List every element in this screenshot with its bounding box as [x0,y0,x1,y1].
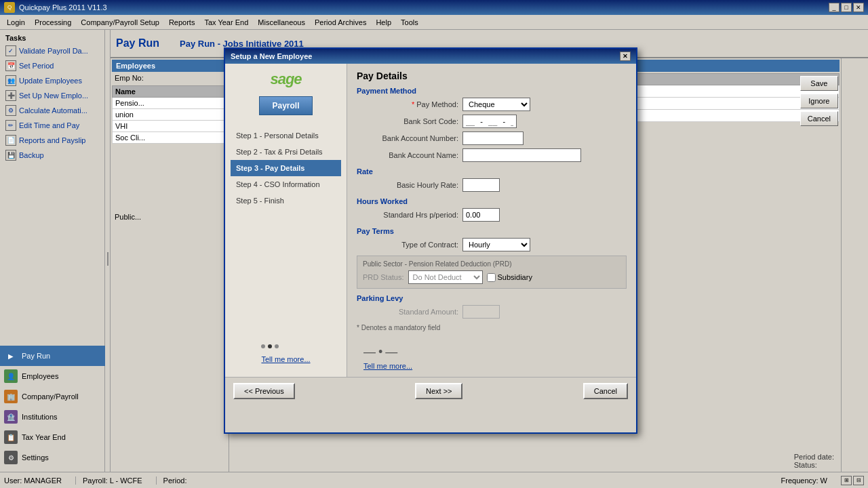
close-btn[interactable]: ✕ [853,3,864,12]
backup-icon: 💾 [5,150,16,161]
status-payroll: Payroll: L - WCFE [75,476,142,485]
menu-tools[interactable]: Tools [397,17,422,28]
task-calculate[interactable]: ⚙ Calculate Automati... [3,103,102,118]
task-setup-new-employee[interactable]: ➕ Set Up New Emplo... [3,88,102,103]
tax-nav-icon: 📋 [4,430,18,444]
prd-title: Public Sector - Pension Related Deductio… [363,260,620,268]
tell-me-link-left[interactable]: Tell me more... [261,355,310,363]
payrun-nav-icon: ▶ [4,349,18,363]
menu-reports[interactable]: Reports [165,17,199,28]
bank-account-number-label: Bank Account Number: [357,134,458,142]
wizard-steps: Step 1 - Personal Details Step 2 - Tax &… [231,127,341,209]
ignore-button[interactable]: Ignore [800,94,838,108]
status-icon-2[interactable]: ⊟ [853,476,864,485]
menu-period-archives[interactable]: Period Archives [311,17,370,28]
section-title: Pay Details [357,70,627,81]
wizard-step-3[interactable]: Step 3 - Pay Details [231,160,341,176]
company-nav-icon: 🏢 [4,390,18,403]
prd-section: Public Sector - Pension Related Deductio… [357,256,627,289]
payment-method-section: Payment Method [357,87,627,95]
wizard-step-2[interactable]: Step 2 - Tax & Prsi Details [231,144,341,160]
subsidiary-checkbox[interactable] [487,273,496,282]
menu-login[interactable]: Login [3,17,29,28]
task-backup[interactable]: 💾 Backup [3,148,102,163]
menu-help[interactable]: Help [372,17,395,28]
emp-row-4[interactable]: Soc Cli... [113,132,227,144]
standard-hrs-input[interactable] [462,208,500,222]
emp-row-3[interactable]: VHI [113,121,227,132]
cancel-detail-button[interactable]: Cancel [800,111,838,126]
bottom-nav-dots: — • — [357,345,627,359]
payrun-title: Pay Run [116,37,159,49]
nav-tax-year-end[interactable]: 📋 Tax Year End [0,427,105,447]
previous-btn[interactable]: << Previous [233,383,295,399]
cancel-dialog-btn[interactable]: Cancel [583,383,628,399]
scroll-controls: ◀ ▶ ▶| [841,58,868,488]
task-reports[interactable]: 📄 Reports and Payslip [3,133,102,148]
wizard-step-5[interactable]: Step 5 - Finish [231,192,341,209]
nav-settings[interactable]: ⚙ Settings [0,447,105,468]
update-icon: 👥 [5,75,16,86]
nav-company-payroll[interactable]: 🏢 Company/Payroll [0,386,105,407]
public-label: Public... [112,211,227,222]
next-btn[interactable]: Next >> [415,383,463,399]
contract-type-select[interactable]: Hourly Salaried [462,238,530,251]
menu-company-payroll[interactable]: Company/Payroll Setup [77,17,163,28]
menu-tax-year-end[interactable]: Tax Year End [200,17,252,28]
wizard-step-4[interactable]: Step 4 - CSO Information [231,176,341,192]
parking-amount-row: Standard Amount: [357,305,627,319]
nav-institutions[interactable]: 🏦 Institutions [0,407,105,427]
task-update-employees[interactable]: 👥 Update Employees [3,73,102,88]
title-bar: Q Quickpay Plus 2011 V11.3 _ □ ✕ [0,0,868,15]
dialog-close-btn[interactable]: ✕ [620,52,631,61]
tasks-header: Tasks [3,33,102,43]
pay-method-row: * Pay Method: Cheque BACS Cash [357,98,627,111]
bank-account-number-input[interactable] [462,131,524,145]
task-set-period[interactable]: 📅 Set Period [3,58,102,73]
basic-hourly-label: Basic Hourly Rate: [357,181,458,189]
dialog-title-bar: Setup a New Employee ✕ [225,49,636,64]
status-icons: ⊞ ⊟ [841,476,864,485]
nav-dots [261,344,310,348]
emp-no-label: Emp No: [112,72,227,84]
dot-1 [261,344,265,348]
new-emp-icon: ➕ [5,90,16,101]
minimize-btn[interactable]: _ [829,3,840,12]
tell-me-more-link[interactable]: Tell me more... [363,362,627,370]
nav-payrun[interactable]: ▶ Pay Run [0,346,105,366]
settings-nav-icon: ⚙ [4,451,18,464]
window-controls: _ □ ✕ [829,3,864,12]
prd-status-select[interactable]: Do Not Deduct Deduct [408,270,483,284]
status-icon-1[interactable]: ⊞ [841,476,852,485]
resize-handle[interactable] [105,30,111,488]
bank-sort-input[interactable] [462,115,517,128]
menu-miscellaneous[interactable]: Miscellaneous [254,17,309,28]
bank-account-name-input[interactable] [462,148,581,162]
pay-terms-section: Pay Terms [357,227,627,235]
status-frequency: Frequency: W [781,476,827,485]
standard-hrs-row: Standard Hrs p/period: [357,208,627,222]
wizard-step-1[interactable]: Step 1 - Personal Details [231,127,341,144]
menu-processing[interactable]: Processing [31,17,75,28]
basic-hourly-row: Basic Hourly Rate: [357,178,627,192]
task-edit-time[interactable]: ✏ Edit Time and Pay [3,118,102,133]
mandatory-note: * Denotes a mandatory field [357,324,627,331]
basic-hourly-input[interactable] [462,178,500,192]
task-validate[interactable]: ✓ Validate Payroll Da... [3,43,102,58]
maximize-btn[interactable]: □ [841,3,852,12]
pay-method-select[interactable]: Cheque BACS Cash [462,98,530,111]
status-user: User: MANAGER [4,476,62,485]
nav-employees[interactable]: 👤 Employees [0,366,105,386]
payroll-btn[interactable]: Payroll [259,96,312,115]
pay-details-panel: Pay Details Payment Method * Pay Method:… [347,64,636,377]
employees-nav-icon: 👤 [4,369,18,383]
save-button[interactable]: Save [800,76,838,91]
emp-row-1[interactable]: Pensio... [113,98,227,109]
subsidiary-checkbox-wrapper: Subsidiary [487,273,532,282]
pay-method-select-wrapper: Cheque BACS Cash [462,98,530,111]
contract-select-wrapper: Hourly Salaried [462,238,530,251]
status-bar: User: MANAGER Payroll: L - WCFE Period: … [0,472,868,488]
employees-panel: Employees Emp No: Name Pensio... [111,58,229,488]
emp-row-2[interactable]: union [113,109,227,121]
parking-amount-input [462,305,500,319]
